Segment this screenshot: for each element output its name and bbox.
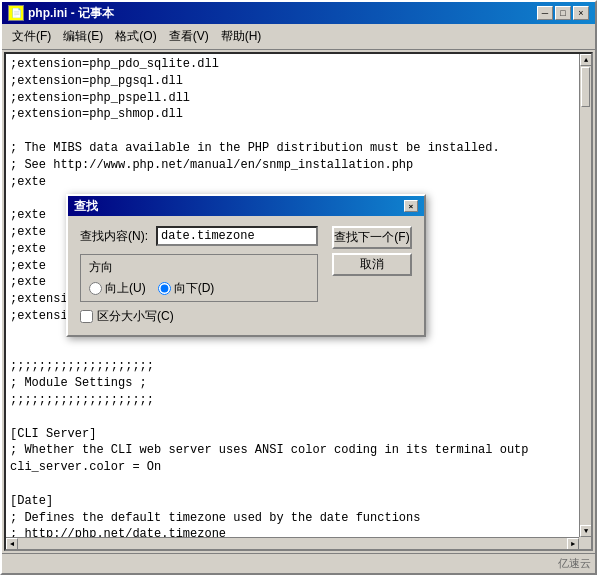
maximize-button[interactable]: □ <box>555 6 571 20</box>
menu-format[interactable]: 格式(O) <box>109 26 162 47</box>
direction-group: 方向 向上(U) 向下(D) <box>80 254 318 302</box>
find-next-button[interactable]: 查找下一个(F) <box>332 226 412 249</box>
case-checkbox-row: 区分大小写(C) <box>80 308 318 325</box>
direction-down-option[interactable]: 向下(D) <box>158 280 215 297</box>
minimize-button[interactable]: ─ <box>537 6 553 20</box>
status-bar: 亿速云 <box>2 553 595 573</box>
menu-edit[interactable]: 编辑(E) <box>57 26 109 47</box>
title-bar: 📄 php.ini - 记事本 ─ □ × <box>2 2 595 24</box>
scroll-right-button[interactable]: ► <box>567 538 579 550</box>
find-dialog: 查找 × 查找内容(N): 方向 <box>66 194 426 337</box>
case-checkbox[interactable] <box>80 310 93 323</box>
watermark: 亿速云 <box>558 556 591 571</box>
editor-container: ;extension=php_pdo_sqlite.dll ;extension… <box>4 52 593 551</box>
menu-bar: 文件(F) 编辑(E) 格式(O) 查看(V) 帮助(H) <box>2 24 595 50</box>
search-label: 查找内容(N): <box>80 228 150 245</box>
case-label: 区分大小写(C) <box>97 308 174 325</box>
horizontal-scrollbar[interactable]: ◄ ► <box>6 537 579 549</box>
title-buttons: ─ □ × <box>537 6 589 20</box>
direction-label: 方向 <box>89 259 309 276</box>
scroll-down-button[interactable]: ▼ <box>580 525 592 537</box>
find-dialog-title: 查找 <box>74 198 98 215</box>
direction-options: 向上(U) 向下(D) <box>89 280 309 297</box>
title-bar-left: 📄 php.ini - 记事本 <box>8 5 114 22</box>
find-body: 查找内容(N): 方向 向上(U) <box>68 216 424 335</box>
scrollbar-corner <box>579 537 591 549</box>
find-close-button[interactable]: × <box>404 200 418 212</box>
find-cancel-button[interactable]: 取消 <box>332 253 412 276</box>
menu-help[interactable]: 帮助(H) <box>215 26 268 47</box>
notepad-window: 📄 php.ini - 记事本 ─ □ × 文件(F) 编辑(E) 格式(O) … <box>0 0 597 575</box>
menu-file[interactable]: 文件(F) <box>6 26 57 47</box>
find-left: 查找内容(N): 方向 向上(U) <box>80 226 318 325</box>
direction-up-label: 向上(U) <box>105 280 146 297</box>
scroll-up-button[interactable]: ▲ <box>580 54 592 66</box>
find-content-area: 查找内容(N): 方向 向上(U) <box>80 226 412 325</box>
direction-up-radio[interactable] <box>89 282 102 295</box>
scroll-thumb-v[interactable] <box>581 67 590 107</box>
watermark-text: 亿速云 <box>558 556 591 571</box>
search-input[interactable] <box>156 226 318 246</box>
direction-up-option[interactable]: 向上(U) <box>89 280 146 297</box>
direction-down-label: 向下(D) <box>174 280 215 297</box>
vertical-scrollbar[interactable]: ▲ ▼ <box>579 54 591 537</box>
find-search-row: 查找内容(N): <box>80 226 318 246</box>
scroll-left-button[interactable]: ◄ <box>6 538 18 550</box>
direction-down-radio[interactable] <box>158 282 171 295</box>
find-title-bar: 查找 × <box>68 196 424 216</box>
close-button[interactable]: × <box>573 6 589 20</box>
find-buttons-col: 查找下一个(F) 取消 <box>332 226 412 276</box>
app-icon: 📄 <box>8 5 24 21</box>
menu-view[interactable]: 查看(V) <box>163 26 215 47</box>
window-title: php.ini - 记事本 <box>28 5 114 22</box>
